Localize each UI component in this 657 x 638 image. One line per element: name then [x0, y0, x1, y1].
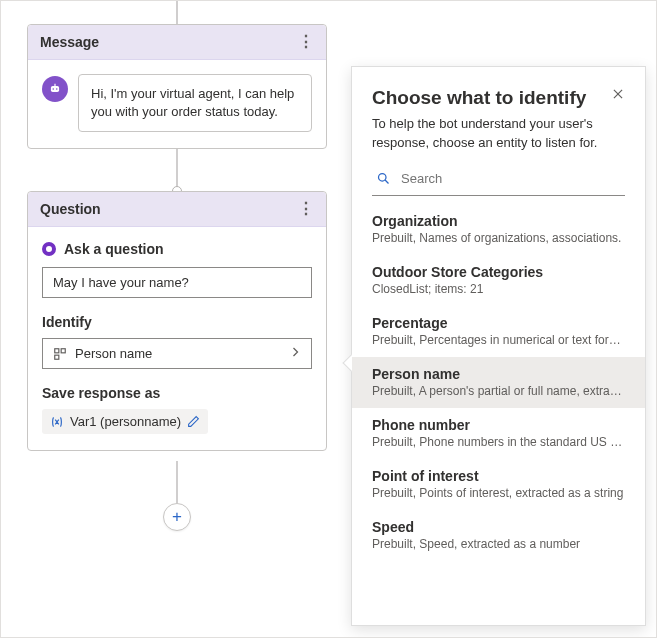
variable-name: Var1 (personname) [70, 414, 181, 429]
entity-option[interactable]: Person namePrebuilt, A person's partial … [352, 357, 645, 408]
flyout-description: To help the bot understand your user's r… [352, 115, 645, 167]
identify-value: Person name [75, 346, 152, 361]
variable-icon [50, 415, 64, 429]
entity-option[interactable]: OrganizationPrebuilt, Names of organizat… [352, 204, 645, 255]
entity-icon [53, 347, 67, 361]
entity-option-subtitle: Prebuilt, Speed, extracted as a number [372, 537, 625, 551]
svg-rect-3 [54, 84, 55, 86]
entity-picker-flyout: Choose what to identify To help the bot … [351, 66, 646, 626]
entity-option-title: Speed [372, 519, 625, 535]
entity-option[interactable]: Point of interestPrebuilt, Points of int… [352, 459, 645, 510]
entity-option-subtitle: Prebuilt, Phone numbers in the standard … [372, 435, 625, 449]
bot-avatar-icon [42, 76, 68, 102]
ask-question-label: Ask a question [42, 241, 312, 257]
question-card-title: Question [40, 201, 101, 217]
entity-option-subtitle: Prebuilt, Names of organizations, associ… [372, 231, 625, 245]
authoring-canvas: Message ⋮ Hi, I'm your virtual agent, I … [1, 1, 656, 637]
entity-search-box[interactable] [372, 167, 625, 196]
entity-options-list[interactable]: OrganizationPrebuilt, Names of organizat… [352, 200, 645, 625]
svg-rect-5 [61, 348, 65, 352]
search-icon [376, 171, 391, 186]
question-text-input[interactable] [42, 267, 312, 298]
message-card-title: Message [40, 34, 99, 50]
more-menu-icon[interactable]: ⋮ [298, 37, 314, 47]
entity-option[interactable]: PercentagePrebuilt, Percentages in numer… [352, 306, 645, 357]
entity-option[interactable]: Phone numberPrebuilt, Phone numbers in t… [352, 408, 645, 459]
entity-option-title: Person name [372, 366, 625, 382]
connector-line [176, 1, 178, 24]
message-card-header: Message ⋮ [28, 25, 326, 60]
entity-option[interactable]: Outdoor Store CategoriesClosedList; item… [352, 255, 645, 306]
edit-pencil-icon[interactable] [187, 415, 200, 428]
entity-option-subtitle: ClosedList; items: 21 [372, 282, 625, 296]
svg-point-1 [52, 88, 54, 90]
close-icon[interactable] [611, 87, 625, 104]
entity-option-title: Outdoor Store Categories [372, 264, 625, 280]
svg-rect-0 [51, 86, 59, 92]
svg-line-10 [385, 180, 388, 183]
question-card-header: Question ⋮ [28, 192, 326, 227]
entity-option[interactable]: SpeedPrebuilt, Speed, extracted as a num… [352, 510, 645, 561]
identify-entity-selector[interactable]: Person name [42, 338, 312, 369]
question-icon [42, 242, 56, 256]
save-response-label: Save response as [42, 385, 312, 401]
question-node-card[interactable]: Question ⋮ Ask a question Identify Perso… [27, 191, 327, 451]
entity-option-title: Point of interest [372, 468, 625, 484]
identify-label: Identify [42, 314, 312, 330]
message-text-bubble[interactable]: Hi, I'm your virtual agent, I can help y… [78, 74, 312, 132]
ask-question-text: Ask a question [64, 241, 164, 257]
entity-option-title: Percentage [372, 315, 625, 331]
search-input[interactable] [401, 171, 621, 186]
message-node-card[interactable]: Message ⋮ Hi, I'm your virtual agent, I … [27, 24, 327, 149]
svg-rect-6 [55, 355, 59, 359]
entity-option-title: Phone number [372, 417, 625, 433]
entity-option-subtitle: Prebuilt, Points of interest, extracted … [372, 486, 625, 500]
svg-point-2 [56, 88, 58, 90]
add-node-button[interactable]: + [163, 503, 191, 531]
chevron-right-icon [289, 346, 301, 361]
entity-option-subtitle: Prebuilt, Percentages in numerical or te… [372, 333, 625, 347]
entity-option-title: Organization [372, 213, 625, 229]
svg-rect-4 [55, 348, 59, 352]
svg-point-9 [379, 173, 387, 181]
flyout-title: Choose what to identify [372, 87, 586, 109]
entity-option-subtitle: Prebuilt, A person's partial or full nam… [372, 384, 625, 398]
variable-chip[interactable]: Var1 (personname) [42, 409, 208, 434]
more-menu-icon[interactable]: ⋮ [298, 204, 314, 214]
